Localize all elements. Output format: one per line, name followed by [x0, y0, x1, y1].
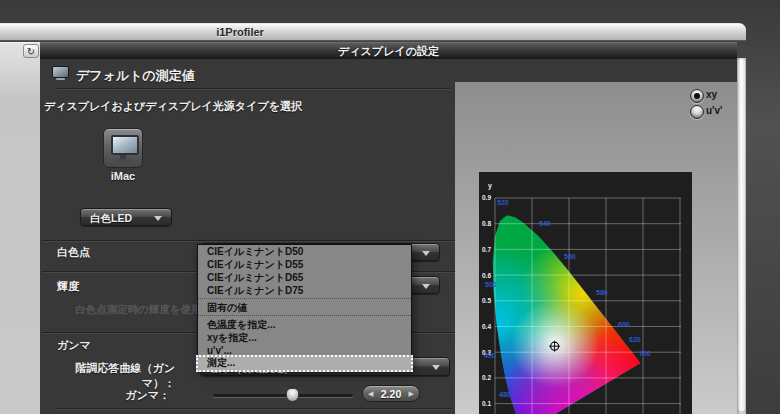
radio-label: u'v': [706, 105, 722, 116]
screen: i1Profiler ディスプレイの設定 ↻ デフォルトの測定値 ディスプレイお…: [0, 0, 780, 414]
svg-text:0.5: 0.5: [482, 297, 491, 304]
menu-item[interactable]: 色温度を指定...: [198, 318, 411, 331]
imac-icon: [111, 135, 139, 155]
radio-icon[interactable]: [690, 105, 704, 119]
svg-text:520: 520: [497, 199, 509, 206]
section-title: デフォルトの測定値: [76, 67, 195, 85]
menu-item[interactable]: xyを指定...: [198, 331, 411, 344]
chromaticity-diagram: y0.90.80.70.60.50.40.30.20.1 52054056058…: [479, 172, 692, 414]
mode-radio-xy[interactable]: xy: [690, 88, 736, 104]
increment-icon[interactable]: ▶: [409, 390, 414, 398]
svg-text:0.2: 0.2: [482, 374, 491, 381]
luminance-note: 白色点測定時の輝度を使用：: [75, 303, 212, 317]
svg-text:0.6: 0.6: [482, 272, 491, 279]
chevron-down-icon: [154, 216, 162, 221]
menu-item[interactable]: 固有の値: [198, 301, 411, 314]
svg-text:0.4: 0.4: [482, 323, 491, 330]
svg-text:490: 490: [484, 352, 496, 359]
svg-text:y: y: [488, 182, 492, 190]
chevron-down-icon: [432, 365, 440, 370]
device-label: iMac: [103, 170, 143, 182]
chevron-down-icon: [422, 251, 430, 256]
whitepoint-label: 白色点: [57, 245, 90, 260]
tone-curve-label: 階調応答曲線（ガンマ）：: [45, 361, 175, 391]
menu-item[interactable]: CIEイルミナントD55: [198, 258, 411, 271]
left-toolbar-strip: [0, 42, 40, 414]
separator: [57, 88, 450, 89]
backlight-type-dropdown[interactable]: 白色LED: [80, 208, 172, 226]
luminance-label: 輝度: [57, 279, 79, 294]
gamma-slider-track[interactable]: [213, 394, 353, 397]
gamma-section-label: ガンマ: [57, 338, 91, 353]
whitepoint-menu: CIEイルミナントD50CIEイルミナントD55CIEイルミナントD65CIEイ…: [197, 244, 412, 371]
svg-text:480: 480: [499, 391, 511, 398]
window-title: i1Profiler: [90, 26, 390, 38]
menu-item[interactable]: CIEイルミナントD50: [198, 245, 411, 258]
display-icon-screen: [52, 66, 69, 78]
svg-text:0.7: 0.7: [482, 246, 491, 253]
gamma-slider-thumb[interactable]: [286, 388, 299, 402]
menu-item[interactable]: CIEイルミナントD65: [198, 271, 411, 284]
refresh-button[interactable]: ↻: [23, 44, 39, 58]
instruction-text: ディスプレイおよびディスプレイ光源タイプを選択: [44, 99, 302, 114]
menu-item-selected[interactable]: 測定...: [196, 355, 413, 372]
chevron-down-icon: [422, 284, 430, 289]
imac-icon-base: [115, 159, 131, 162]
mode-radio-u'v'[interactable]: u'v': [690, 104, 736, 120]
svg-text:700: 700: [639, 350, 651, 357]
svg-text:0.8: 0.8: [482, 220, 491, 227]
backlight-type-value: 白色LED: [90, 212, 132, 226]
svg-text:580: 580: [596, 289, 608, 296]
svg-text:0.1: 0.1: [482, 400, 491, 407]
radio-icon[interactable]: [690, 89, 704, 103]
gamma-value-stepper[interactable]: ◀ 2.20 ▶: [362, 385, 420, 402]
display-icon: [52, 66, 72, 83]
svg-text:540: 540: [539, 220, 551, 227]
display-device-button[interactable]: [103, 128, 143, 168]
separator: [57, 408, 453, 409]
svg-text:560: 560: [564, 253, 576, 260]
svg-text:0.9: 0.9: [482, 194, 491, 201]
page-title: ディスプレイの設定: [40, 44, 737, 59]
separator: [42, 240, 455, 241]
menu-item[interactable]: CIEイルミナントD75: [198, 284, 411, 297]
scrollbar-thumb[interactable]: [738, 59, 745, 411]
svg-text:600: 600: [618, 321, 630, 328]
mode-radio-group: xyu'v': [690, 88, 736, 120]
radio-label: xy: [706, 89, 717, 100]
gamma-slider-label: ガンマ：: [88, 388, 170, 403]
refresh-icon: ↻: [27, 46, 35, 57]
display-icon-base: [56, 78, 65, 80]
svg-text:620: 620: [629, 336, 641, 343]
svg-text:500: 500: [485, 281, 497, 288]
